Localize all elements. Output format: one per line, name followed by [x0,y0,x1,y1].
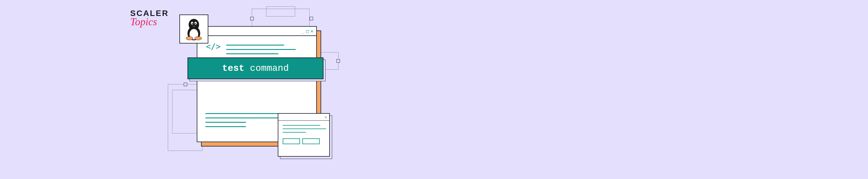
placeholder-line [283,132,306,133]
placeholder-button [302,138,320,144]
command-box: test command [187,57,323,79]
svg-point-6 [195,23,196,24]
code-lines [226,42,296,58]
placeholder-line [226,45,284,46]
resize-handle [337,59,340,63]
tux-icon [184,18,204,41]
resize-handle [184,83,187,86]
resize-handle [250,17,254,20]
close-icon: × [310,28,313,34]
placeholder-button [283,138,300,144]
placeholder-line [283,129,326,129]
svg-point-8 [195,36,202,40]
close-icon: × [324,115,327,120]
resize-handle [310,17,313,20]
wireframe-box [266,6,295,17]
linux-logo-card [179,15,208,44]
svg-point-5 [192,23,193,24]
small-window: × [278,113,330,157]
placeholder-line [226,49,296,50]
illustration-canvas: _ □ × </> test command [168,3,341,174]
svg-point-7 [186,36,193,40]
placeholder-line [206,126,246,127]
scaler-topics-logo: SCALER Topics [130,9,169,28]
maximize-icon: □ [306,28,309,34]
command-arg: command [250,63,289,74]
button-row [283,138,325,144]
titlebar: _ □ × [197,27,316,36]
small-window-content [278,121,329,149]
placeholder-line [206,122,246,123]
command-keyword: test [222,63,245,74]
placeholder-line [283,125,320,126]
placeholder-line [226,53,278,54]
small-titlebar: × [278,114,329,121]
minimize-icon: _ [302,28,304,34]
